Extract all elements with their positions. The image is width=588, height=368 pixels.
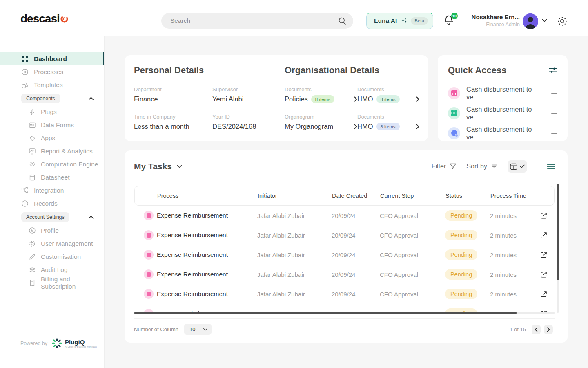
- toolbar-divider: [537, 162, 537, 171]
- sidebar-item-records[interactable]: Records: [0, 197, 104, 210]
- plugiq-name: PlugiQ: [65, 339, 85, 346]
- sidebar-item-label: Profile: [41, 227, 59, 234]
- audit-log-icon: [29, 266, 36, 274]
- process-icon: [144, 211, 154, 220]
- search-icon[interactable]: [338, 17, 347, 25]
- table-view-toggle[interactable]: [508, 160, 527, 173]
- cell-step: CFO Approval: [380, 271, 445, 278]
- cell-process: Expense Reimbursement: [157, 271, 257, 278]
- app-screen: descasi Luna AI Beta: [0, 0, 588, 368]
- sidebar-item-customisation[interactable]: Customisation: [0, 250, 104, 263]
- sidebar-item-profile[interactable]: Profile: [0, 224, 104, 237]
- theme-toggle-sun-icon[interactable]: [557, 16, 568, 27]
- sidebar-item-processes[interactable]: Processes: [0, 65, 104, 79]
- open-task-button[interactable]: [540, 290, 555, 298]
- organisational-details-title: Organisational Details: [285, 65, 419, 76]
- sidebar-section-components[interactable]: Components: [0, 92, 104, 105]
- menu-lines-icon[interactable]: [547, 164, 555, 170]
- org-item-policies[interactable]: Documents Policies 8 items: [285, 86, 357, 103]
- sort-button[interactable]: Sort by: [466, 163, 498, 170]
- user-info[interactable]: Nosakhare Ern... Finance Admin: [463, 13, 520, 27]
- my-tasks-title[interactable]: My Tasks: [134, 162, 182, 171]
- chevron-down-icon: [177, 165, 182, 168]
- open-task-button[interactable]: [540, 271, 555, 278]
- open-task-button[interactable]: [540, 231, 555, 239]
- open-task-button[interactable]: [540, 251, 555, 259]
- personal-details-title: Personal Details: [134, 65, 278, 76]
- footer-divider: [134, 318, 555, 319]
- sidebar-item-computation-engine[interactable]: Computation Engine: [0, 158, 104, 171]
- col-current-step: Current Step: [380, 193, 445, 199]
- cell-time: 2 minutes: [490, 232, 540, 239]
- sidebar-item-dashboard[interactable]: Dashboard: [0, 52, 104, 65]
- sidebar-item-apps[interactable]: Apps: [0, 132, 104, 145]
- vertical-scrollbar[interactable]: [557, 184, 559, 313]
- sliders-icon[interactable]: [549, 67, 557, 74]
- sidebar-item-data-forms[interactable]: Data Forms: [0, 119, 104, 132]
- sidebar-item-datasheet[interactable]: Datasheet: [0, 171, 104, 184]
- items-count-badge: 8 items: [311, 95, 334, 103]
- filter-button[interactable]: Filter: [432, 163, 457, 170]
- sidebar-item-user-management[interactable]: User Management: [0, 237, 104, 250]
- table-row: Expense Reimbursement Jafar Alabi Zubair…: [134, 284, 555, 304]
- org-item-organogram[interactable]: Organogram My Organogram: [285, 114, 357, 130]
- table-layout-icon: [510, 163, 518, 170]
- org-item-hmo-1[interactable]: Documents HMO 8 items: [357, 86, 419, 103]
- card-divider: [278, 67, 278, 130]
- records-icon: [21, 200, 29, 207]
- quick-access-item[interactable]: Cash disbursement to ve...: [438, 83, 568, 103]
- horizontal-scrollbar[interactable]: [134, 312, 555, 314]
- cell-step: CFO Approval: [380, 251, 445, 258]
- sidebar-item-label: Computation Engine: [41, 161, 98, 168]
- prev-page-button[interactable]: [532, 325, 541, 334]
- brand-logo-swirl-icon: [60, 15, 69, 23]
- dash-icon: [551, 113, 557, 114]
- next-page-button[interactable]: [544, 325, 553, 334]
- sidebar-item-label: User Management: [41, 240, 93, 247]
- quick-access-item[interactable]: Cash disbursement to ve...: [438, 123, 568, 143]
- sidebar-item-report-analytics[interactable]: Report & Analytics: [0, 145, 104, 158]
- sidebar-item-templates[interactable]: Templates: [0, 79, 104, 92]
- notifications-button[interactable]: 10: [443, 15, 456, 27]
- columns-count-select[interactable]: 10: [184, 324, 212, 335]
- chevron-down-icon: [203, 328, 207, 331]
- sidebar-item-billing[interactable]: Billing and Subscription: [0, 276, 104, 289]
- cell-date: 20/09/24: [332, 251, 380, 258]
- sidebar-item-label: Integration: [34, 187, 64, 194]
- powered-by-label: Powered by: [20, 341, 47, 346]
- top-bar: descasi Luna AI Beta: [0, 0, 588, 36]
- sidebar-item-audit-log[interactable]: Audit Log: [0, 263, 104, 276]
- status-badge: Pending: [445, 289, 477, 299]
- status-badge: Pending: [445, 269, 477, 280]
- sidebar-item-integration[interactable]: Integration: [0, 184, 104, 197]
- horizontal-scrollbar-thumb[interactable]: [134, 312, 517, 314]
- vertical-scrollbar-thumb[interactable]: [557, 184, 559, 280]
- sparkles-icon: [400, 17, 408, 25]
- external-link-icon: [540, 271, 548, 278]
- search-input[interactable]: [170, 17, 338, 25]
- status-badge: Pending: [445, 230, 477, 240]
- quick-access-title: Quick Access: [448, 65, 507, 76]
- avatar[interactable]: [523, 13, 538, 29]
- sidebar: Dashboard Processes Templates Components: [0, 36, 105, 368]
- cell-initiator: Jafar Alabi Zubair: [257, 271, 332, 278]
- open-task-button[interactable]: [540, 212, 555, 220]
- luna-ai-button[interactable]: Luna AI Beta: [366, 13, 433, 29]
- dash-icon: [551, 133, 557, 134]
- external-link-icon: [540, 212, 548, 220]
- field-your-id: Your ID DES/2024/168: [212, 114, 278, 130]
- user-name: Nosakhare Ern...: [463, 13, 520, 20]
- integration-icon: [21, 187, 29, 194]
- external-link-icon: [540, 290, 548, 298]
- sidebar-item-plugs[interactable]: Plugs: [0, 105, 104, 119]
- quick-access-item[interactable]: Cash disbursement to ve...: [438, 103, 568, 123]
- cell-date: 20/09/24: [332, 232, 380, 239]
- user-menu-chevron-icon[interactable]: [542, 19, 547, 22]
- customisation-pen-icon: [29, 253, 36, 260]
- sidebar-item-label: Dashboard: [34, 55, 67, 63]
- chevron-up-icon: [89, 97, 94, 100]
- table-row: Expense Reimbursement Jafar Alabi Zubair…: [134, 206, 555, 225]
- sidebar-section-account-settings[interactable]: Account Settings: [0, 210, 104, 224]
- org-item-hmo-2[interactable]: Documents HMO 8 items: [357, 114, 419, 130]
- avatar-image: [523, 13, 538, 29]
